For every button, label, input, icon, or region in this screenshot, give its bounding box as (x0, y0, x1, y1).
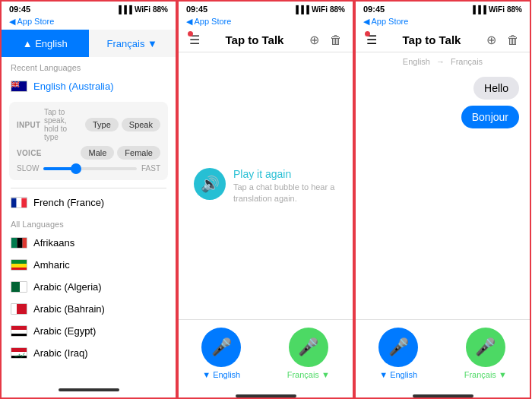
mic-btn-french-2[interactable]: 🎤 (289, 328, 328, 367)
mic-label-french-2: Français ▼ (287, 370, 330, 379)
back-bar-1[interactable]: ◀ App Store (2, 15, 176, 30)
lang-name-iq: Arabic (Iraq) (33, 347, 88, 359)
menu-wrap-3: ☰ (366, 33, 377, 47)
slow-label: SLOW (17, 164, 39, 173)
flag-iq: كوفي (11, 347, 27, 359)
speaker-btn[interactable]: 🔊 (194, 168, 226, 200)
input-hint: Tap to speak, hold to type (44, 108, 82, 141)
flag-bh (11, 303, 27, 315)
type-btn[interactable]: Type (85, 118, 119, 131)
toolbar-icons-2: ⊕ 🗑 (309, 33, 342, 47)
slider-thumb[interactable] (71, 163, 81, 174)
home-bar-1 (59, 388, 119, 391)
lang-to: Français (451, 57, 483, 66)
phone-3: 09:45 ▐▐▐ WiFi 88% ◀ App Store ☰ Tap to … (354, 0, 531, 399)
svg-rect-25 (11, 334, 27, 337)
input-label: INPUT (17, 121, 44, 129)
time-3: 09:45 (363, 5, 385, 14)
lang-name-dz: Arabic (Algeria) (33, 281, 102, 293)
svg-rect-19 (11, 282, 20, 293)
tab-french[interactable]: Français ▼ (89, 30, 176, 57)
settings-box: INPUT Tap to speak, hold to type Type Sp… (9, 102, 168, 180)
speed-slider[interactable] (43, 167, 137, 170)
battery-icon-2: 88% (330, 5, 345, 14)
svg-rect-13 (11, 238, 17, 249)
trash-icon-2[interactable]: 🗑 (330, 33, 342, 47)
status-icons-1: ▐▐▐ WiFi 88% (116, 5, 168, 14)
red-dot-3 (365, 31, 370, 36)
mic-section-french-2: 🎤 Français ▼ (287, 328, 330, 379)
status-bar-2: 09:45 ▐▐▐ WiFi 88% (179, 2, 353, 15)
lang-item-bh[interactable]: Arabic (Bahrain) (2, 298, 176, 320)
trash-icon-3[interactable]: 🗑 (507, 33, 519, 47)
battery-icon-1: 88% (153, 5, 168, 14)
lang-item-iq[interactable]: كوفي Arabic (Iraq) (2, 342, 176, 364)
lang-name-bh: Arabic (Bahrain) (33, 303, 105, 315)
lang-header-3: English → Français (356, 52, 530, 69)
lang-name-eg: Arabic (Egypt) (33, 325, 96, 337)
svg-rect-15 (23, 238, 27, 249)
svg-rect-9 (11, 84, 19, 84)
lang-item-am[interactable]: Amharic (2, 254, 176, 276)
back-bar-2[interactable]: ◀ App Store (179, 15, 353, 30)
red-dot-2 (188, 31, 193, 36)
person-icon-2[interactable]: ⊕ (309, 33, 319, 47)
svg-rect-18 (11, 268, 27, 271)
mic-btn-french-3[interactable]: 🎤 (466, 328, 505, 367)
mic-label-french-3: Français ▼ (464, 370, 507, 379)
mic-btn-english-2[interactable]: 🎤 (201, 328, 241, 367)
voice-row: VOICE Male Female (17, 146, 160, 160)
time-1: 09:45 (9, 5, 30, 14)
top-bar-3: ☰ Tap to Talk ⊕ 🗑 (356, 30, 530, 52)
speed-slider-row: SLOW FAST (17, 164, 160, 173)
svg-text:كوفي: كوفي (14, 353, 25, 358)
person-icon-3[interactable]: ⊕ (486, 33, 496, 47)
status-icons-3: ▐▐▐ WiFi 88% (470, 5, 522, 14)
lang-item-french[interactable]: French (France) (2, 192, 176, 214)
signal-icon-3: ▐▐▐ (470, 5, 486, 14)
signal-icon-1: ▐▐▐ (116, 5, 132, 14)
mic-btn-english-3[interactable]: 🎤 (378, 328, 418, 367)
lang-name-fr: French (France) (33, 197, 104, 208)
toolbar-icons-3: ⊕ 🗑 (486, 33, 519, 47)
lang-item-dz[interactable]: Arabic (Algeria) (2, 276, 176, 298)
phone-2: 09:45 ▐▐▐ WiFi 88% ◀ App Store ☰ Tap to … (177, 0, 354, 399)
play-again[interactable]: 🔊 Play it again Tap a chat bubble to hea… (194, 168, 337, 204)
lang-name-au: English (Australia) (33, 81, 114, 92)
lang-item-english-au[interactable]: English (Australia) (2, 75, 176, 97)
tab-bar-1: ▲ English Français ▼ (2, 30, 176, 57)
male-btn[interactable]: Male (81, 146, 114, 160)
divider-1 (11, 188, 166, 188)
status-icons-2: ▐▐▐ WiFi 88% (293, 5, 345, 14)
mic-section-english-2: 🎤 ▼ English (201, 328, 241, 379)
status-bar-3: 09:45 ▐▐▐ WiFi 88% (356, 2, 530, 15)
lang-item-af[interactable]: Afrikaans (2, 232, 176, 254)
lang-item-eg[interactable]: Arabic (Egypt) (2, 320, 176, 342)
time-2: 09:45 (186, 5, 207, 14)
bubble-bonjour[interactable]: Bonjour (461, 106, 519, 128)
flag-af (11, 237, 27, 249)
svg-rect-12 (21, 198, 27, 208)
chat-area-3: Hello Bonjour (356, 69, 530, 319)
mic-section-english-3: 🎤 ▼ English (378, 328, 418, 379)
fast-label: FAST (141, 164, 160, 173)
top-bar-2: ☰ Tap to Talk ⊕ 🗑 (179, 30, 353, 52)
battery-icon-3: 88% (507, 5, 522, 14)
lang-name-am: Amharic (33, 259, 70, 271)
svg-rect-14 (17, 238, 22, 249)
play-text: Play it again Tap a chat bubble to hear … (233, 168, 337, 204)
tab-english[interactable]: ▲ English (2, 30, 89, 57)
wifi-icon-3: WiFi (489, 5, 505, 14)
phone-1: 09:45 ▐▐▐ WiFi 88% ◀ App Store ▲ English… (0, 0, 177, 399)
svg-rect-16 (11, 260, 27, 264)
flag-au (11, 81, 27, 92)
svg-rect-17 (11, 264, 27, 268)
menu-wrap-2: ☰ (189, 33, 200, 47)
bubble-hello[interactable]: Hello (473, 77, 519, 100)
back-bar-3[interactable]: ◀ App Store (356, 15, 530, 30)
wifi-icon-2: WiFi (312, 5, 328, 14)
female-btn[interactable]: Female (117, 146, 160, 160)
arrow-icon: → (436, 57, 445, 66)
home-bar-3 (413, 394, 473, 397)
speak-btn[interactable]: Speak (122, 118, 160, 131)
